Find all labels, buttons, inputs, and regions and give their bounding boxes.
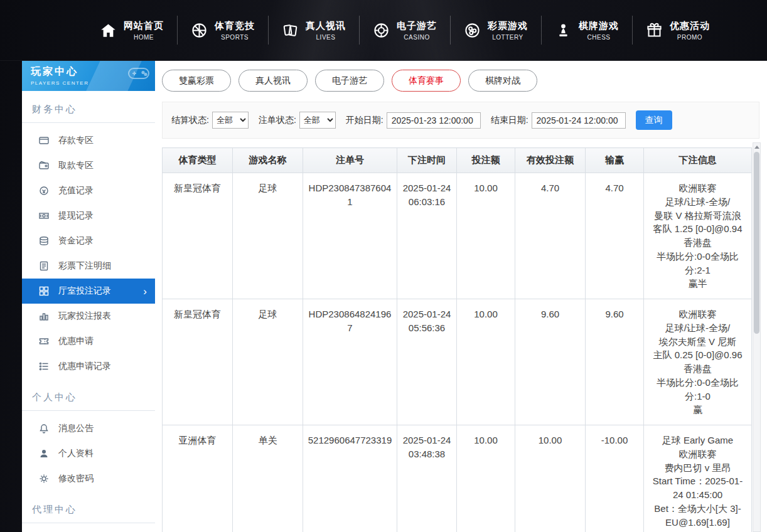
- banknote-icon: [39, 211, 49, 221]
- sidebar-item-funds-record[interactable]: 资金记录: [22, 228, 155, 253]
- sidebar-item-label: 优惠申请记录: [58, 361, 111, 372]
- deposit-card-icon: [39, 136, 49, 146]
- sidebar-item-hall-bet-record[interactable]: 厅室投注记录: [22, 279, 155, 304]
- nav-item-chess[interactable]: 棋牌游戏CHESS: [542, 16, 633, 45]
- sidebar-item-label: 玩家投注报表: [58, 311, 111, 322]
- cell-win-loss: 9.60: [586, 299, 644, 425]
- sidebar-item-label: 充值记录: [58, 185, 94, 196]
- sidebar-item-messages[interactable]: 消息公告: [22, 416, 155, 441]
- gear-icon: [39, 474, 49, 484]
- finance-menu: 存款专区 取款专区 充值记录 提现记录 资金记录: [22, 123, 155, 379]
- cell-game-name: 单关: [233, 425, 303, 532]
- list-document-icon: [39, 261, 49, 271]
- nav-label: 优惠活动: [670, 20, 710, 32]
- nav-sublabel: HOME: [134, 34, 154, 41]
- sidebar-item-agent-rules[interactable]: 代理规则说明: [22, 528, 155, 532]
- lottery-balls-icon: [464, 22, 481, 39]
- sidebar-item-withdraw[interactable]: 取款专区: [22, 153, 155, 178]
- coin-icon: [39, 186, 49, 196]
- sidebar-item-withdrawal-record[interactable]: 提现记录: [22, 203, 155, 228]
- sidebar-item-deposit[interactable]: 存款专区: [22, 128, 155, 153]
- query-button[interactable]: 查询: [636, 110, 672, 130]
- vertical-scrollbar[interactable]: [753, 142, 761, 532]
- col-header-sport-type: 体育类型: [163, 148, 233, 173]
- sidebar-item-label: 提现记录: [58, 210, 94, 221]
- sidebar-item-label: 存款专区: [58, 135, 94, 146]
- sidebar: 玩家中心 PLAYERS CENTER 财务中心 存款专区 取款专区: [22, 61, 155, 532]
- nav-label: 棋牌游戏: [579, 20, 619, 32]
- cell-bet-time: 2025-01-24 06:03:16: [397, 173, 457, 299]
- nav-label: 网站首页: [124, 20, 164, 32]
- nav-item-home[interactable]: 网站首页HOME: [87, 16, 178, 45]
- order-status-label: 注单状态:: [259, 115, 296, 126]
- main-content: 雙赢彩票 真人视讯 电子游艺 体育赛事 棋牌对战 结算状态: 全部 注单状态: …: [155, 61, 767, 532]
- col-header-bet-info: 下注信息: [644, 148, 752, 173]
- agent-menu: 代理规则说明: [22, 523, 155, 532]
- cell-sport-type: 亚洲体育: [163, 425, 233, 532]
- tab-electronic-games[interactable]: 电子游艺: [315, 70, 384, 92]
- start-date-label: 开始日期:: [346, 115, 384, 126]
- sidebar-item-promo-apply[interactable]: 优惠申请: [22, 329, 155, 354]
- sidebar-item-label: 消息公告: [58, 423, 94, 434]
- sidebar-item-label: 修改密码: [58, 473, 94, 484]
- cell-order-number: 5212960647723319: [303, 425, 397, 532]
- nav-sublabel: LOTTERY: [492, 34, 523, 41]
- cell-win-loss: -10.00: [586, 425, 644, 532]
- col-header-win-loss: 输赢: [586, 148, 644, 173]
- section-title-finance: 财务中心: [22, 100, 155, 123]
- gamepad-icon: [127, 65, 150, 84]
- end-date-input[interactable]: [532, 112, 626, 129]
- cell-bet-time: 2025-01-24 03:48:38: [397, 425, 457, 532]
- cell-valid-amount: 4.70: [515, 173, 586, 299]
- tab-chess-battle[interactable]: 棋牌对战: [468, 70, 537, 92]
- chevron-right-icon: [143, 286, 147, 297]
- scrollbar-thumb[interactable]: [754, 152, 759, 334]
- start-date-input[interactable]: [387, 112, 481, 129]
- cell-bet-info: 欧洲联赛 足球/让球-全场/ 曼联 V 格拉斯哥流浪 客队 1.25 [0-0]…: [644, 173, 752, 299]
- bets-table: 体育类型 游戏名称 注单号 下注时间 投注额 有效投注额 输赢 下注信息 新皇冠: [162, 147, 752, 532]
- category-tabs: 雙赢彩票 真人视讯 电子游艺 体育赛事 棋牌对战: [162, 70, 759, 92]
- settle-status-select[interactable]: 全部: [212, 112, 249, 129]
- cell-bet-amount: 10.00: [457, 425, 515, 532]
- home-icon: [100, 22, 117, 39]
- nav-item-lottery[interactable]: 彩票游戏LOTTERY: [451, 16, 542, 45]
- cell-valid-amount: 9.60: [515, 299, 586, 425]
- funds-icon: [39, 236, 49, 246]
- cell-bet-time: 2025-01-24 05:56:36: [397, 299, 457, 425]
- tab-shuangying-lottery[interactable]: 雙赢彩票: [162, 70, 231, 92]
- sports-ball-icon: [191, 22, 208, 39]
- ticket-icon: [39, 336, 49, 346]
- sidebar-header: 玩家中心 PLAYERS CENTER: [22, 61, 155, 91]
- bell-icon: [39, 423, 49, 434]
- order-status-select[interactable]: 全部: [299, 112, 336, 129]
- chess-piece-icon: [555, 22, 572, 39]
- cell-bet-info: 欧洲联赛 足球/让球-全场/ 埃尔夫斯堡 V 尼斯 主队 0.25 [0-0]@…: [644, 299, 752, 425]
- section-title-personal: 个人中心: [22, 388, 155, 411]
- sidebar-item-change-password[interactable]: 修改密码: [22, 466, 155, 491]
- nav-item-promo[interactable]: 优惠活动PROMO: [633, 16, 723, 45]
- scroll-up-arrow-icon[interactable]: [753, 143, 760, 151]
- playing-cards-icon: [282, 22, 299, 39]
- page: 网站首页HOME 体育竞技SPORTS 真人视讯LIVES 电子游艺CASINO…: [0, 0, 767, 532]
- sidebar-item-recharge-record[interactable]: 充值记录: [22, 178, 155, 203]
- sidebar-item-promo-apply-record[interactable]: 优惠申请记录: [22, 354, 155, 379]
- nav-sublabel: LIVES: [316, 34, 336, 41]
- sidebar-item-lottery-bet-detail[interactable]: 彩票下注明细: [22, 253, 155, 279]
- top-navigation: 网站首页HOME 体育竞技SPORTS 真人视讯LIVES 电子游艺CASINO…: [0, 0, 767, 61]
- cell-order-number: HDP2308473876041: [303, 173, 397, 299]
- grid-icon: [39, 286, 49, 296]
- sidebar-item-player-bet-report[interactable]: 玩家投注报表: [22, 304, 155, 329]
- sidebar-item-label: 厅室投注记录: [58, 285, 111, 297]
- tab-sports-events[interactable]: 体育赛事: [392, 70, 461, 92]
- sidebar-item-profile[interactable]: 个人资料: [22, 441, 155, 466]
- tab-live-video[interactable]: 真人视讯: [239, 70, 308, 92]
- wallet-icon: [39, 161, 49, 171]
- nav-label: 电子游艺: [397, 20, 437, 32]
- table-row: 新皇冠体育 足球 HDP2308648241967 2025-01-24 05:…: [163, 299, 752, 425]
- col-header-bet-amount: 投注额: [457, 148, 515, 173]
- nav-item-lives[interactable]: 真人视讯LIVES: [269, 16, 360, 45]
- person-icon: [39, 449, 49, 459]
- table-row: 亚洲体育 单关 5212960647723319 2025-01-24 03:4…: [163, 425, 752, 532]
- nav-item-sports[interactable]: 体育竞技SPORTS: [178, 16, 269, 45]
- nav-item-casino[interactable]: 电子游艺CASINO: [360, 16, 451, 45]
